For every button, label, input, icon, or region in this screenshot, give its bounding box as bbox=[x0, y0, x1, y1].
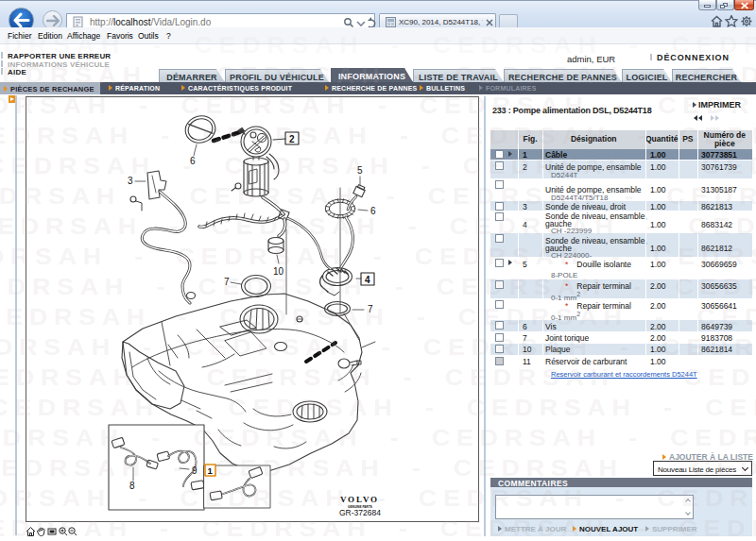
svg-text:8: 8 bbox=[129, 481, 135, 491]
svg-text:1: 1 bbox=[208, 465, 214, 476]
svg-text:5: 5 bbox=[357, 165, 363, 176]
svg-text:7: 7 bbox=[368, 304, 373, 314]
svg-text:6: 6 bbox=[190, 156, 196, 166]
svg-text:9: 9 bbox=[192, 465, 198, 476]
svg-text:GR-372684: GR-372684 bbox=[339, 508, 381, 517]
svg-text:3: 3 bbox=[128, 176, 133, 186]
svg-text:2: 2 bbox=[289, 134, 295, 144]
svg-text:10: 10 bbox=[273, 266, 284, 277]
svg-text:VOLVO: VOLVO bbox=[340, 495, 379, 504]
svg-text:6: 6 bbox=[370, 206, 376, 216]
svg-text:7: 7 bbox=[224, 277, 230, 287]
svg-text:4: 4 bbox=[365, 275, 370, 285]
